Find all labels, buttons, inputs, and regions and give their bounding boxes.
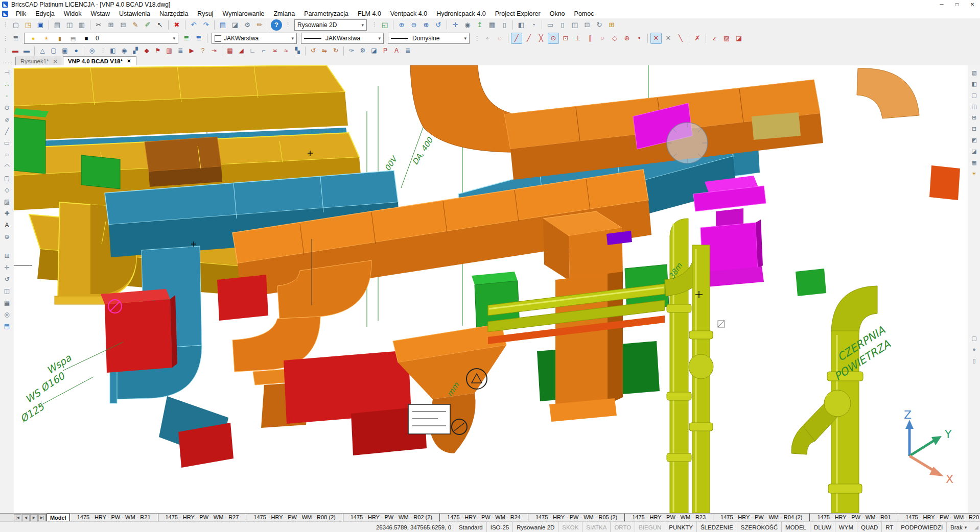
render-mode-icon[interactable]: ▧: [969, 67, 979, 78]
entity-props-icon[interactable]: ▤: [2, 321, 12, 332]
plot-style-icon[interactable]: ▤: [52, 19, 63, 31]
regen-icon[interactable]: ◱: [379, 19, 390, 31]
insert-duct-icon[interactable]: ◧: [108, 46, 118, 56]
sheet-icon[interactable]: ▯: [499, 19, 510, 31]
status-toggle-iso-25[interactable]: ISO-25: [486, 522, 512, 532]
first-layout-button[interactable]: |◀: [14, 514, 21, 522]
open-file-icon[interactable]: ◳: [22, 19, 34, 31]
tab-overflow-grip[interactable]: ⋯⋯: [0, 60, 15, 65]
close-icon[interactable]: ✕: [127, 58, 131, 64]
new-file-icon[interactable]: ▢: [10, 19, 21, 31]
menu-item-wstaw[interactable]: Wstaw: [86, 9, 114, 18]
edit-text-icon[interactable]: ✏: [254, 19, 265, 31]
layer-on-icon[interactable]: ●: [28, 33, 39, 44]
pan-icon[interactable]: ✛: [450, 19, 461, 31]
duct-grid-icon[interactable]: ▦: [225, 46, 235, 56]
lineweight-dropdown[interactable]: Domyślne ▾: [388, 33, 470, 44]
menu-item-parametryzacja[interactable]: Parametryzacja: [299, 9, 353, 18]
dim-tool-icon[interactable]: ⊣: [2, 67, 12, 78]
status-toggle-rt[interactable]: RT: [881, 522, 897, 532]
look-icon[interactable]: ◉: [462, 19, 473, 31]
duct-dimension-icon[interactable]: ▬: [10, 46, 20, 56]
cylinder-3d-icon[interactable]: ▯: [969, 355, 979, 366]
rotate-entity-icon[interactable]: ↺: [2, 274, 12, 285]
menu-item-okno[interactable]: Okno: [545, 9, 570, 18]
camera-icon[interactable]: ▦: [486, 19, 498, 31]
menu-item-widok[interactable]: Widok: [59, 9, 86, 18]
points-tool-icon[interactable]: ∴: [2, 79, 12, 90]
status-toggle-quad[interactable]: QUAD: [857, 522, 881, 532]
snap-tangent-icon[interactable]: ○: [597, 33, 608, 44]
snap-parallel-icon[interactable]: ∥: [585, 33, 596, 44]
help-box-icon[interactable]: ?: [198, 46, 208, 56]
layout-tab-1475-hry-pw-wm-r02-2-[interactable]: 1475 - HRY - PW - WM - R02 (2): [343, 514, 440, 521]
view-side-icon[interactable]: ◩: [969, 135, 979, 145]
duct-drop-icon[interactable]: ◢: [236, 46, 246, 56]
resize-grip[interactable]: ◢: [970, 524, 980, 530]
status-toggle-biegun[interactable]: BIEGUN: [635, 522, 665, 532]
selection-filter[interactable]: Brak ▾: [946, 522, 970, 532]
drawing-viewport[interactable]: Wspa Ø160 WS Ø125 CZERPNIA POWIETRZA DA,…: [14, 65, 968, 513]
duct-frame-icon[interactable]: ▬: [21, 46, 32, 56]
layout-tab-1475-hry-pw-wm-r24[interactable]: 1475 - HRY - PW - WM - R24: [440, 514, 528, 521]
maximize-button[interactable]: □: [949, 0, 965, 9]
array-entity-icon[interactable]: ▦: [2, 298, 12, 308]
rotate-flip-icon[interactable]: ⇋: [319, 46, 330, 56]
draw-rectangle-icon[interactable]: ▢: [2, 173, 12, 184]
color-dropdown[interactable]: JAKWarstwa ▾: [212, 33, 297, 44]
delete-icon[interactable]: ✖: [171, 19, 182, 31]
wrench-icon[interactable]: ✑: [346, 46, 357, 56]
draw-circle-icon[interactable]: ○: [2, 150, 12, 160]
layout-tab-model[interactable]: Model: [46, 514, 70, 522]
toolbar-grip[interactable]: ⋮: [100, 47, 105, 54]
layer-freeze-icon[interactable]: ☀: [41, 33, 52, 44]
text-tool-icon[interactable]: A: [2, 220, 12, 231]
eraser-3d-icon[interactable]: ◪: [369, 46, 379, 56]
layers-panel-icon[interactable]: ≣: [10, 33, 21, 44]
viewport-split-icon[interactable]: ◫: [569, 19, 580, 31]
orbit-icon[interactable]: ◔: [528, 19, 539, 31]
draw-line-icon[interactable]: ╱: [2, 126, 12, 137]
status-toggle-punkty[interactable]: PUNKTY: [665, 522, 696, 532]
snap-z-icon[interactable]: z: [709, 33, 720, 44]
viewport-sheet-icon[interactable]: ▯: [557, 19, 568, 31]
move-entity-icon[interactable]: ✛: [2, 262, 12, 273]
menu-item-flm-4-0[interactable]: FLM 4.0: [353, 9, 386, 18]
match-properties-icon[interactable]: ✐: [142, 19, 153, 31]
snap-quadrant-icon[interactable]: ◇: [609, 33, 620, 44]
select-icon[interactable]: ↖: [154, 19, 166, 31]
menu-item-rysuj[interactable]: Rysuj: [193, 9, 218, 18]
copy-icon[interactable]: ⊞: [105, 19, 116, 31]
light-view-icon[interactable]: ☀: [969, 168, 979, 179]
document-tab-vnp-4-0-bcad-v18-[interactable]: VNP 4.0 BCAD V18*✕: [63, 56, 136, 65]
document-icon[interactable]: ◣: [2, 11, 8, 17]
snap-point-icon[interactable]: •: [634, 33, 645, 44]
status-toggle-model[interactable]: MODEL: [781, 522, 810, 532]
profile-l-icon[interactable]: ∟: [247, 46, 258, 56]
zoom-out-icon[interactable]: ⊖: [408, 19, 419, 31]
menu-item-hydronicpack-4-0[interactable]: Hydronicpack 4.0: [432, 9, 491, 18]
viewport-single-icon[interactable]: ▭: [545, 19, 556, 31]
status-toggle-szerokość[interactable]: SZEROKOŚĆ: [737, 522, 781, 532]
status-toggle-dluw[interactable]: DLUW: [810, 522, 835, 532]
menu-item-wymiarowanie[interactable]: Wymiarowanie: [218, 9, 269, 18]
list-lines-icon[interactable]: ≣: [403, 46, 413, 56]
layout-tab-1475-hry-pw-wm-r08-2-[interactable]: 1475 - HRY - PW - WM - R08 (2): [246, 514, 343, 521]
view-box-icon[interactable]: ◧: [516, 19, 527, 31]
drawing-canvas[interactable]: Wspa Ø160 WS Ø125 CZERPNIA POWIETRZA DA,…: [14, 65, 968, 513]
snap-dot-icon[interactable]: ◦: [2, 91, 12, 102]
next-layout-button[interactable]: ▶: [30, 514, 38, 522]
layer-new-icon[interactable]: ≣: [193, 33, 204, 44]
draw-arc-icon[interactable]: ◠: [2, 161, 12, 172]
draw-polyline-icon[interactable]: ▭: [2, 138, 12, 149]
zoom-in-icon[interactable]: ⊕: [396, 19, 407, 31]
layout-tab-1475-hry-pw-wm-r20-2-[interactable]: 1475 - HRY - PW - WM - R20 (2): [898, 514, 980, 521]
layer-state-ok-icon[interactable]: ≣: [181, 33, 192, 44]
copy-entity-icon[interactable]: ⊞: [2, 251, 12, 261]
sphere-3d-icon[interactable]: ●: [969, 344, 979, 354]
snap-3d-icon[interactable]: ◪: [733, 33, 744, 44]
viewport-new-icon[interactable]: ⊡: [581, 19, 593, 31]
layout-tab-1475-hry-pw-wm-r27[interactable]: 1475 - HRY - PW - WM - R27: [158, 514, 247, 521]
paste-icon[interactable]: ⊟: [118, 19, 129, 31]
snap-intersection-icon[interactable]: ✕: [650, 33, 662, 44]
